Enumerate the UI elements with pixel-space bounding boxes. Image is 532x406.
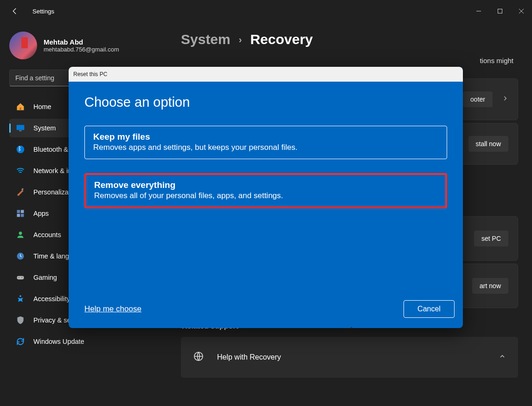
modal-overlay: Reset this PC Choose an option Keep my f… xyxy=(0,0,532,406)
dialog-title: Reset this PC xyxy=(73,71,107,77)
dialog-heading: Choose an option xyxy=(84,95,447,110)
option-desc: Removes all of your personal files, apps… xyxy=(94,191,437,200)
option-desc: Removes apps and settings, but keeps you… xyxy=(93,143,438,152)
cancel-button[interactable]: Cancel xyxy=(404,300,455,318)
help-me-choose-link[interactable]: Help me choose xyxy=(84,304,141,314)
option-remove-everything[interactable]: Remove everything Removes all of your pe… xyxy=(84,173,447,208)
option-title: Remove everything xyxy=(94,180,437,190)
reset-pc-dialog: Reset this PC Choose an option Keep my f… xyxy=(69,67,463,328)
option-keep-files[interactable]: Keep my files Removes apps and settings,… xyxy=(84,126,447,159)
option-title: Keep my files xyxy=(93,132,438,142)
cursor-icon xyxy=(351,327,357,328)
dialog-titlebar: Reset this PC xyxy=(69,67,463,82)
